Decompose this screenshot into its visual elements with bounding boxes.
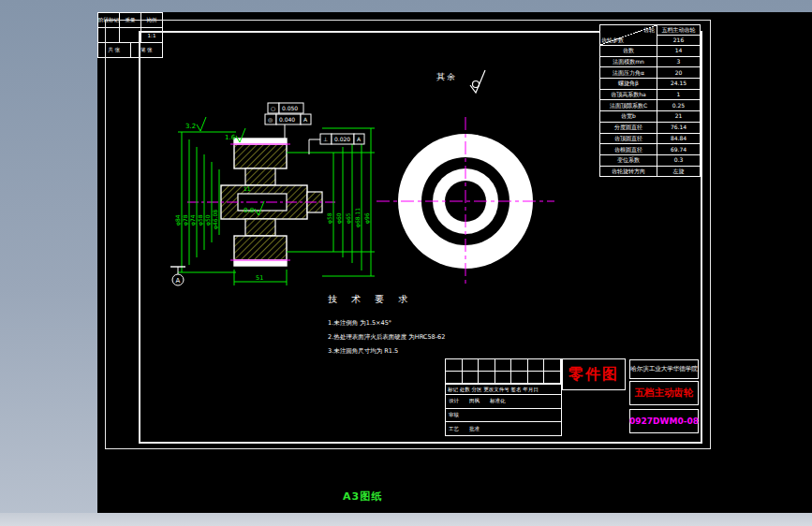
part-name-box: 五档主动齿轮	[629, 381, 699, 405]
table-row: 变位系数0.3	[600, 155, 700, 167]
row-label: 变位系数	[600, 155, 657, 166]
table-row: 齿数14	[600, 46, 700, 57]
revision-header-row: 标记 处数 分区 更改文件号 签名 年月日	[446, 385, 561, 395]
row-value: 69.74	[657, 144, 700, 154]
row-value: 0.3	[657, 155, 700, 166]
audit-row: 审核	[446, 409, 561, 423]
gear-parameter-table: 齿轮 齿轮参数 五档主动齿轮 216 齿数14 法面模数mn3 法面压力角α20…	[599, 24, 701, 177]
rest-surfaces-note: 其余	[436, 71, 457, 83]
technical-requirements: 技 术 要 求 1.未注倒角 为1.5×45° 2.热处理表面淬火后表面硬度 为…	[328, 293, 445, 361]
table-row: 分度圆直径76.14	[600, 123, 700, 134]
revision-block: 标记 处数 分区 更改文件号 签名 年月日 设计 田枫 标准化 审核 工艺 批准	[445, 358, 562, 436]
table-row: 齿根圆直径69.74	[600, 144, 700, 155]
table-row: 螺旋角β24.15	[600, 79, 700, 90]
table-row: 法面模数mn3	[600, 57, 700, 68]
row-value: 21	[657, 111, 700, 122]
design-label: 设计	[449, 398, 459, 404]
row-label: 齿顶圆直径	[600, 134, 657, 144]
part-type-box: 零件图	[562, 358, 626, 390]
row-label: 法面顶隙系数C	[600, 100, 657, 110]
process-label: 工艺	[449, 426, 459, 432]
tech-req-item: 1.未注倒角 为1.5×45°	[328, 319, 445, 328]
row-label: 齿数	[600, 46, 657, 56]
row-value: 左旋	[657, 167, 700, 177]
header-gear-code: 216	[657, 36, 700, 45]
row-value: 0.25	[657, 100, 700, 110]
row-label: 齿宽b	[600, 111, 657, 122]
row-label: 齿顶高系数ha	[600, 90, 657, 100]
audit-label: 审核	[449, 412, 459, 418]
designer-name: 田枫	[469, 398, 480, 404]
a3-sheet-label: A3图纸	[343, 489, 382, 504]
tech-req-item: 3.未注圆角尺寸均为 R1.5	[328, 347, 445, 356]
approve-label: 批准	[469, 426, 480, 432]
row-value: 20	[657, 67, 700, 78]
row-value: 84.84	[657, 134, 700, 144]
school-name-box: 哈尔滨工业大学华德学院	[629, 359, 699, 379]
process-row: 工艺 批准	[446, 422, 561, 435]
drawing-number-box: 0927DWM0-08	[629, 409, 699, 433]
row-label: 螺旋角β	[600, 79, 657, 89]
table-row: 齿宽b21	[600, 111, 700, 123]
table-row: 齿轮旋转方向左旋	[600, 167, 700, 177]
row-label: 齿轮旋转方向	[600, 167, 657, 177]
tech-req-item: 2.热处理表面淬火后表面硬度 为HRC58-62	[328, 333, 445, 342]
row-label: 分度圆直径	[600, 123, 657, 133]
row-value: 1	[657, 90, 700, 100]
table-row: 齿顶圆直径84.84	[600, 134, 700, 145]
cad-drawing-canvas[interactable]: φ84 φ78 φ74 φ58 φ50 φ46.08 φ58 φ60 φ65 φ…	[97, 12, 812, 513]
row-value: 3	[657, 57, 700, 67]
row-value: 14	[657, 46, 700, 56]
standardization-label: 标准化	[490, 398, 506, 404]
tech-req-title: 技 术 要 求	[328, 293, 445, 306]
row-value: 76.14	[657, 123, 700, 133]
table-row: 法面压力角α20	[600, 67, 700, 79]
gear-table-header: 齿轮 齿轮参数 五档主动齿轮 216	[600, 25, 700, 46]
row-label: 齿根圆直径	[600, 144, 657, 154]
row-label: 法面模数mn	[600, 57, 657, 67]
bottom-status-strip	[0, 513, 812, 526]
table-row: 法面顶隙系数C0.25	[600, 100, 700, 111]
design-row: 设计 田枫 标准化	[446, 395, 561, 409]
header-gear-name: 五档主动齿轮	[657, 25, 700, 36]
gear-table-diagonal-cell: 齿轮 齿轮参数	[600, 25, 657, 45]
header-param-label: 齿轮参数	[601, 37, 624, 43]
table-row: 齿顶高系数ha1	[600, 90, 700, 101]
row-value: 24.15	[657, 79, 700, 89]
row-label: 法面压力角α	[600, 67, 657, 78]
header-gear-label: 齿轮	[643, 27, 655, 33]
revision-grid	[446, 359, 561, 385]
